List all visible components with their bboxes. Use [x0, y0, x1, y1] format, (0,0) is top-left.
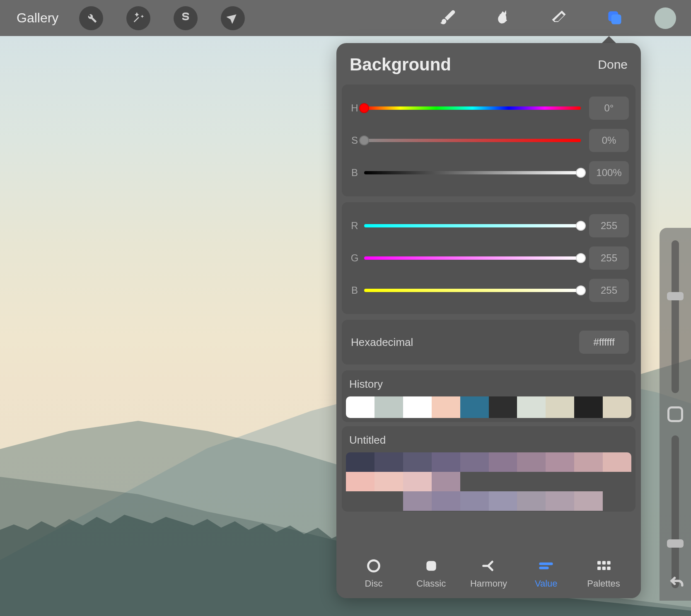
saturation-slider[interactable] [364, 139, 581, 142]
palette-empty-slot[interactable] [574, 472, 603, 491]
palette-swatch[interactable] [489, 452, 517, 472]
modify-button[interactable] [667, 406, 683, 422]
palette-empty-slot[interactable] [517, 472, 546, 491]
svg-rect-8 [607, 561, 610, 564]
saturation-value[interactable]: 0% [589, 129, 629, 152]
tab-harmony-label: Harmony [470, 578, 507, 589]
layers-button[interactable] [596, 8, 633, 28]
hue-slider[interactable] [364, 106, 581, 110]
palette-swatch[interactable] [374, 452, 403, 472]
palette-swatch[interactable] [603, 452, 631, 472]
gallery-button[interactable]: Gallery [17, 10, 58, 26]
blue-thumb[interactable] [576, 285, 586, 295]
history-swatch[interactable] [432, 396, 460, 418]
color-mode-tabs: Disc Classic Harmony Value Palettes [336, 551, 641, 598]
blue-slider[interactable] [364, 289, 581, 292]
history-swatch[interactable] [603, 396, 631, 418]
hue-thumb[interactable] [359, 103, 369, 113]
harmony-icon [480, 557, 498, 575]
blue-label: B [348, 285, 361, 296]
history-swatch[interactable] [574, 396, 603, 418]
tab-harmony[interactable]: Harmony [464, 557, 514, 589]
history-swatch[interactable] [374, 396, 403, 418]
palette-swatch[interactable] [546, 491, 574, 511]
history-swatch[interactable] [460, 396, 489, 418]
palette-row [346, 472, 631, 491]
tab-disc[interactable]: Disc [349, 557, 399, 589]
red-value[interactable]: 255 [589, 214, 629, 237]
history-swatch[interactable] [403, 396, 432, 418]
palette-title: Untitled [346, 432, 631, 452]
classic-icon [422, 557, 440, 575]
hex-input[interactable]: #ffffff [579, 331, 629, 354]
palette-swatch[interactable] [403, 491, 432, 511]
opacity-slider[interactable] [672, 435, 679, 588]
palette-swatch[interactable] [432, 452, 460, 472]
palette-swatch[interactable] [546, 452, 574, 472]
palette-swatch[interactable] [460, 452, 489, 472]
palette-empty-slot[interactable] [546, 472, 574, 491]
done-button[interactable]: Done [598, 58, 628, 72]
opacity-thumb[interactable] [667, 539, 684, 548]
brush-size-slider[interactable] [672, 240, 679, 393]
transform-button[interactable] [221, 6, 245, 30]
layers-icon [605, 8, 623, 28]
palette-swatch[interactable] [403, 452, 432, 472]
adjustments-button[interactable] [126, 6, 150, 30]
tab-palettes[interactable]: Palettes [579, 557, 628, 589]
eraser-icon [550, 8, 568, 28]
svg-rect-6 [597, 561, 601, 564]
actions-button[interactable] [79, 6, 103, 30]
selection-button[interactable] [174, 6, 198, 30]
eraser-tool[interactable] [540, 8, 577, 28]
palette-swatch[interactable] [517, 452, 546, 472]
saturation-thumb[interactable] [359, 135, 369, 145]
palette-swatch[interactable] [574, 491, 603, 511]
palette-swatch[interactable] [346, 472, 374, 491]
palette-empty-slot[interactable] [603, 491, 631, 511]
brush-tool[interactable] [429, 8, 466, 28]
green-slider[interactable] [364, 256, 581, 260]
brightness-label: B [348, 167, 361, 179]
tab-value[interactable]: Value [521, 557, 571, 589]
brush-size-thumb[interactable] [667, 292, 684, 300]
green-thumb[interactable] [576, 253, 586, 263]
undo-button[interactable] [668, 573, 686, 593]
hue-value[interactable]: 0° [589, 97, 629, 120]
brightness-slider[interactable] [364, 171, 581, 174]
history-swatch[interactable] [546, 396, 574, 418]
history-swatch[interactable] [517, 396, 546, 418]
palette-swatch[interactable] [460, 491, 489, 511]
palette-swatch[interactable] [574, 452, 603, 472]
palette-swatch[interactable] [432, 491, 460, 511]
palette-swatch[interactable] [517, 491, 546, 511]
brightness-thumb[interactable] [576, 168, 586, 178]
palette-swatch[interactable] [403, 472, 432, 491]
palette-swatch[interactable] [432, 472, 460, 491]
hex-row: Hexadecimal #ffffff [342, 320, 635, 365]
palette-swatches [346, 452, 631, 511]
tab-classic[interactable]: Classic [406, 557, 456, 589]
hsb-slider-group: H 0° S 0% B 100% [342, 85, 635, 196]
red-label: R [348, 220, 361, 232]
green-label: G [348, 252, 361, 264]
palette-empty-slot[interactable] [603, 472, 631, 491]
palette-swatch[interactable] [489, 491, 517, 511]
palette-swatch[interactable] [374, 472, 403, 491]
brightness-value[interactable]: 100% [589, 161, 629, 184]
palette-empty-slot[interactable] [374, 491, 403, 511]
history-swatch[interactable] [489, 396, 517, 418]
palette-empty-slot[interactable] [489, 472, 517, 491]
rgb-slider-group: R 255 G 255 B 255 [342, 202, 635, 314]
history-swatch[interactable] [346, 396, 374, 418]
right-sidebar [660, 228, 691, 601]
smudge-tool[interactable] [485, 8, 522, 28]
palette-swatch[interactable] [346, 452, 374, 472]
palette-empty-slot[interactable] [460, 472, 489, 491]
red-slider[interactable] [364, 224, 581, 227]
palette-empty-slot[interactable] [346, 491, 374, 511]
red-thumb[interactable] [576, 221, 586, 231]
active-color-swatch[interactable] [655, 7, 676, 29]
blue-value[interactable]: 255 [589, 279, 629, 302]
green-value[interactable]: 255 [589, 246, 629, 270]
